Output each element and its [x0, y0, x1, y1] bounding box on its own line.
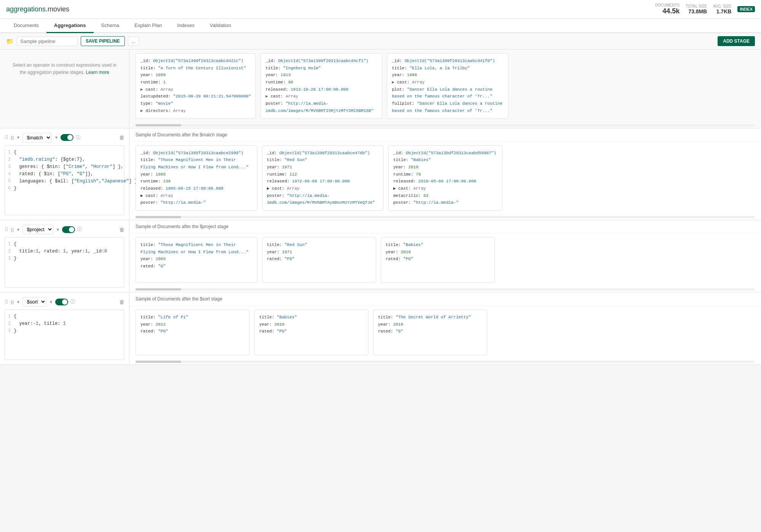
scrollbar-thumb[interactable]	[136, 288, 181, 291]
doc-field: title: "Babies"	[259, 314, 364, 321]
doc-field: year: 1971	[267, 164, 379, 171]
code-line: 3}	[8, 328, 121, 335]
doc-field: lastupdated: "2015-08-29 00:21:21.547000…	[140, 93, 251, 100]
code-line: 2 year:-1, title: 1	[8, 320, 121, 328]
doc-field[interactable]: ▶ cast: Array	[392, 79, 504, 86]
scrollbar-area[interactable]	[136, 361, 755, 363]
doc-field: runtime: 112	[267, 171, 379, 178]
total-size-value: 73.8MB	[688, 8, 707, 14]
doc-card: _id: ObjectId("573a1395f29313caabce2999"…	[136, 145, 257, 211]
avg-size-stat: AVG. SIZE 1.7KB	[713, 4, 731, 14]
doc-field: _id: ObjectId("573a1390f29313caabcd4cf1"…	[265, 58, 377, 65]
stage-controls-project: ⠿ ||| ▼ $project ▼ ⓘ 🗑	[5, 225, 124, 234]
stage-toggle[interactable]	[62, 226, 75, 233]
doc-field: title: "Ella Lola, a la Trilby"	[392, 65, 504, 72]
doc-field: runtime: 138	[140, 178, 252, 185]
tab-aggregations[interactable]: Aggregations	[46, 19, 94, 33]
doc-field: year: 1898	[392, 72, 504, 79]
doc-field: runtime: 1	[140, 79, 251, 86]
tab-schema[interactable]: Schema	[94, 19, 127, 33]
add-stage-button[interactable]: ADD STAGE	[718, 36, 755, 46]
stage-toggle[interactable]	[61, 134, 73, 141]
code-line: 1{	[8, 313, 121, 320]
doc-field: runtime: 79	[393, 171, 498, 178]
stage-left-match: ⠿ ||| ▼ $match ▼ ⓘ 🗑 1{ 2 "imdb.rating":…	[0, 128, 129, 220]
stage-row-match: ⠿ ||| ▼ $match ▼ ⓘ 🗑 1{ 2 "imdb.rating":…	[0, 128, 761, 220]
toolbar: 📁 SAVE PIPELINE ... ADD STAGE	[0, 33, 761, 50]
doc-field: year: 1965	[140, 171, 252, 178]
stage-placeholder: Select an operator to construct expressi…	[5, 54, 124, 84]
stage-right-sort: Sample of Documents after the $sort stag…	[129, 292, 761, 364]
more-options-button[interactable]: ...	[128, 37, 139, 46]
doc-card: _id: ObjectId("573a1396f29313caabce476b"…	[262, 145, 384, 211]
chevron-down-icon[interactable]: ▼	[16, 227, 21, 232]
stage-operator-select[interactable]: $match	[22, 133, 52, 142]
doc-field: metacritic: 63	[393, 192, 498, 200]
save-pipeline-button[interactable]: SAVE PIPELINE	[81, 36, 125, 46]
stage-left-preview: Select an operator to construct expressi…	[0, 50, 129, 128]
doc-field: year: 1965	[140, 256, 252, 263]
doc-field: ▶ cast: Array	[393, 185, 498, 192]
doc-field: ▶ cast: Array	[267, 185, 379, 192]
chevron-down-icon[interactable]: ▼	[16, 135, 21, 140]
doc-field: ▶ cast: Array	[265, 93, 377, 100]
doc-field: _id: ObjectId("573a1396f29313caabce476b"…	[267, 150, 379, 157]
code-line: 4 rated: { $in: ["PG", "G"]},	[8, 171, 121, 178]
avg-size-label: AVG. SIZE	[713, 4, 731, 8]
stage-label-sort: Sample of Documents after the $sort stag…	[129, 292, 761, 306]
info-icon[interactable]: ⓘ	[70, 299, 75, 305]
doc-field: year: 2010	[378, 321, 482, 328]
stage-toggle[interactable]	[55, 299, 68, 305]
pipeline-name-input[interactable]	[17, 37, 78, 46]
docs-value: 44.5k	[662, 7, 680, 15]
info-icon[interactable]: ⓘ	[76, 134, 80, 141]
nav-tabs: Documents Aggregations Schema Explain Pl…	[0, 19, 761, 33]
code-editor-match[interactable]: 1{ 2 "imdb.rating": {$gte:7}, 3 genres: …	[5, 145, 124, 216]
doc-field: title: "Ingeborg Holm"	[265, 65, 377, 72]
doc-card: title: "Life of Pi" year: 2012 rated: "P…	[136, 310, 250, 355]
open-folder-icon[interactable]: 📁	[6, 38, 14, 45]
top-bar: aggregations.movies DOCUMENTS 44.5k TOTA…	[0, 0, 761, 19]
doc-field: poster: "http://ia.media-"	[140, 199, 252, 206]
stage-operator-select[interactable]: $sort	[22, 297, 46, 307]
stage-operator-select[interactable]: $project	[22, 225, 53, 234]
scrollbar-area[interactable]	[136, 124, 755, 126]
doc-field: ▶ directors: Array	[140, 107, 251, 115]
stage-right-match: Sample of Documents after the $match sta…	[129, 128, 761, 220]
tab-indexes[interactable]: Indexes	[170, 19, 203, 33]
code-line: 1{	[8, 149, 121, 156]
doc-field: _id: ObjectId("573a1390f29313caabcd41f0"…	[392, 58, 504, 65]
tab-explain-plan[interactable]: Explain Plan	[127, 19, 169, 33]
drag-handle-icon[interactable]: ⠿	[5, 299, 8, 305]
code-line: 2 title:1, rated: 1, year:1, _id:0	[8, 248, 121, 255]
doc-field: rated: "PG"	[267, 256, 371, 263]
tab-validation[interactable]: Validation	[202, 19, 239, 33]
doc-field: title: "Red Sun"	[267, 241, 371, 249]
app-title-area: aggregations.movies	[6, 5, 69, 13]
docs-grid-project: title: "Those Magnificent Men in Their F…	[129, 233, 761, 287]
drag-handle-icon[interactable]: ⠿	[5, 227, 8, 233]
avg-size-value: 1.7KB	[716, 8, 732, 14]
delete-stage-icon[interactable]: 🗑	[119, 134, 124, 141]
code-editor-sort[interactable]: 1{ 2 year:-1, title: 1 3}	[5, 310, 124, 360]
chevron-down-icon[interactable]: ▼	[16, 300, 21, 304]
scrollbar-thumb[interactable]	[136, 216, 181, 218]
total-size-stat: TOTAL SIZE 73.8MB	[686, 4, 707, 14]
delete-stage-icon[interactable]: 🗑	[119, 227, 124, 233]
tab-documents[interactable]: Documents	[6, 19, 46, 33]
delete-stage-icon[interactable]: 🗑	[119, 299, 124, 305]
operator-arrow-icon: ▼	[49, 300, 53, 304]
stage-row-project: ⠿ ||| ▼ $project ▼ ⓘ 🗑 1{ 2 title:1, rat…	[0, 220, 761, 292]
scrollbar-area[interactable]	[136, 216, 755, 218]
doc-field: title: "The Secret World of Arrietty"	[378, 314, 482, 321]
doc-field: title: "Babies"	[393, 157, 498, 164]
info-icon[interactable]: ⓘ	[77, 226, 82, 233]
doc-field: title: "Those Magnificent Men in Their F…	[140, 157, 252, 171]
scrollbar-thumb[interactable]	[136, 361, 181, 363]
learn-more-link[interactable]: Learn more	[86, 70, 109, 75]
scrollbar-area[interactable]	[136, 288, 755, 291]
scrollbar-thumb[interactable]	[136, 124, 181, 126]
drag-handle-icon[interactable]: ⠿	[5, 134, 8, 141]
code-editor-project[interactable]: 1{ 2 title:1, rated: 1, year:1, _id:0 3}	[5, 237, 124, 288]
doc-field: type: "movie"	[140, 100, 251, 107]
